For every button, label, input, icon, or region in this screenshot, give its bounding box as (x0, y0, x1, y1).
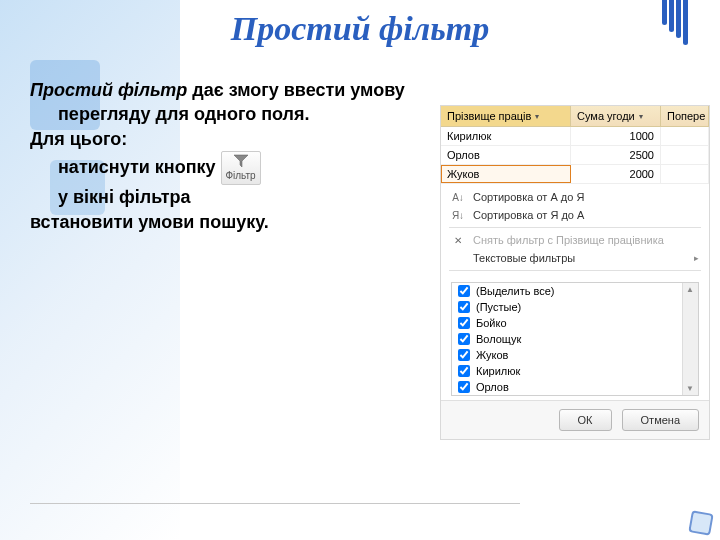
check-item[interactable]: Орлов (452, 379, 698, 395)
table-row[interactable]: Орлов 2500 (441, 146, 709, 165)
dropdown-arrow-icon: ▾ (535, 112, 539, 121)
checkbox[interactable] (458, 349, 470, 361)
sort-az-icon: A↓ (451, 192, 465, 203)
table-row[interactable]: Кирилюк 1000 (441, 127, 709, 146)
slide-body: Простий фільтр дає змогу ввести умову пе… (0, 48, 440, 234)
ok-button[interactable]: ОК (559, 409, 612, 431)
column-header-surname[interactable]: Прізвище праців▾ (441, 106, 571, 126)
filter-menu: A↓ Сортировка от А до Я Я↓ Сортировка от… (441, 184, 709, 278)
sort-za-item[interactable]: Я↓ Сортировка от Я до А (441, 206, 709, 224)
filter-checkbox-list: (Выделить все) (Пустые) Бойко Волощук Жу… (451, 282, 699, 396)
cell-prev (661, 165, 709, 183)
check-item-blanks[interactable]: (Пустые) (452, 299, 698, 315)
slide-title: Простий фільтр (0, 0, 720, 48)
submenu-arrow-icon: ▸ (694, 253, 699, 263)
sort-az-item[interactable]: A↓ Сортировка от А до Я (441, 188, 709, 206)
funnel-icon (233, 154, 249, 168)
menu-separator (449, 227, 701, 228)
body-emphasis: Простий фільтр (30, 80, 187, 100)
checkbox[interactable] (458, 301, 470, 313)
clear-filter-item: ✕ Снять фильтр с Прізвище працівника (441, 231, 709, 249)
filter-button-label: Фільтр (225, 170, 255, 181)
scrollbar[interactable] (682, 283, 698, 395)
dropdown-arrow-icon: ▾ (639, 112, 643, 121)
checkbox[interactable] (458, 317, 470, 329)
footer-divider (30, 503, 520, 504)
dialog-buttons: ОК Отмена (441, 400, 709, 439)
column-header-amount[interactable]: Сума угоди▾ (571, 106, 661, 126)
check-item[interactable]: Жуков (452, 347, 698, 363)
cell-amount: 2500 (571, 146, 661, 164)
checkbox[interactable] (458, 381, 470, 393)
cell-surname: Жуков (441, 165, 571, 183)
check-item-select-all[interactable]: (Выделить все) (452, 283, 698, 299)
check-item[interactable]: Волощук (452, 331, 698, 347)
checkbox[interactable] (458, 285, 470, 297)
checkbox[interactable] (458, 333, 470, 345)
body-text-3: Для цього: (30, 129, 127, 149)
text-filters-item[interactable]: Текстовые фильтры ▸ (441, 249, 709, 267)
cell-prev (661, 146, 709, 164)
column-header-prev[interactable]: Попере (661, 106, 709, 126)
body-text-5: у вікні фільтра (30, 187, 190, 207)
menu-separator (449, 270, 701, 271)
table-row-selected[interactable]: Жуков 2000 (441, 165, 709, 184)
body-text-2: перегляду для одного поля. (30, 104, 310, 124)
cell-surname: Кирилюк (441, 127, 571, 145)
corner-logo-icon (688, 510, 713, 535)
sort-za-icon: Я↓ (451, 210, 465, 221)
table-header-row: Прізвище праців▾ Сума угоди▾ Попере (441, 106, 709, 127)
body-text-1: дає змогу ввести умову (187, 80, 405, 100)
filter-dropdown-panel: Прізвище праців▾ Сума угоди▾ Попере Кири… (440, 105, 710, 440)
clear-filter-icon: ✕ (451, 235, 465, 246)
body-text-4: натиснути кнопку (30, 157, 216, 177)
filter-ribbon-button[interactable]: Фільтр (221, 151, 261, 186)
check-item[interactable]: Бойко (452, 315, 698, 331)
checkbox[interactable] (458, 365, 470, 377)
cell-surname: Орлов (441, 146, 571, 164)
cell-amount: 2000 (571, 165, 661, 183)
cancel-button[interactable]: Отмена (622, 409, 699, 431)
body-text-6: встановити умови пошуку. (30, 212, 269, 232)
cell-amount: 1000 (571, 127, 661, 145)
check-item[interactable]: Кирилюк (452, 363, 698, 379)
cell-prev (661, 127, 709, 145)
